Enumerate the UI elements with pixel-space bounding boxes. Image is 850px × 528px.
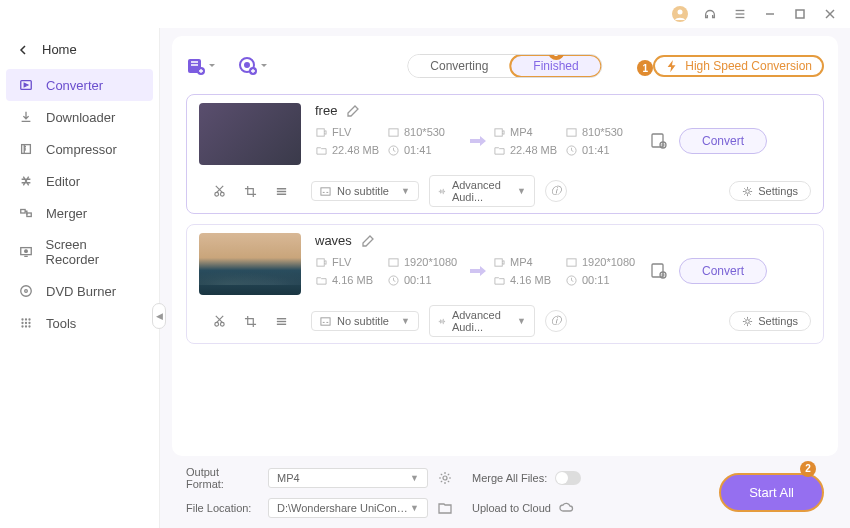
item-settings-button[interactable]: Settings (729, 181, 811, 201)
info-icon[interactable]: ⓘ (545, 180, 567, 202)
trim-icon[interactable] (213, 185, 226, 198)
sidebar-item-editor[interactable]: Editor (0, 165, 159, 197)
item-settings-button[interactable]: Settings (729, 311, 811, 331)
video-thumbnail[interactable] (199, 103, 301, 165)
output-format-select[interactable]: MP4▼ (268, 468, 428, 488)
subtitle-select[interactable]: No subtitle▼ (311, 311, 419, 331)
dst-format: MP4 (510, 256, 533, 268)
clock-icon (565, 144, 577, 156)
file-location-label: File Location: (186, 502, 258, 514)
effects-icon[interactable] (275, 185, 288, 198)
sidebar-item-downloader[interactable]: Downloader (0, 101, 159, 133)
src-dur: 00:11 (404, 274, 432, 286)
converter-icon (18, 77, 34, 93)
svg-rect-64 (321, 317, 330, 324)
crop-icon[interactable] (244, 315, 257, 328)
tab-converting[interactable]: Converting (408, 55, 510, 77)
svg-rect-35 (566, 128, 575, 135)
svg-point-17 (21, 318, 23, 320)
sidebar-collapse[interactable]: ◀ (152, 303, 166, 329)
dst-res: 1920*1080 (582, 256, 635, 268)
start-all-button[interactable]: 2 Start All (719, 473, 824, 512)
status-tabs: Converting 3 Finished (407, 54, 602, 78)
user-icon[interactable] (672, 6, 688, 22)
sidebar-item-dvd[interactable]: DVD Burner (0, 275, 159, 307)
dst-size: 22.48 MB (510, 144, 557, 156)
info-icon[interactable]: ⓘ (545, 310, 567, 332)
sidebar-item-compressor[interactable]: Compressor (0, 133, 159, 165)
screenrec-icon (18, 244, 34, 260)
output-format-label: Output Format: (186, 466, 258, 490)
item-title: waves (315, 233, 352, 248)
tab-finished[interactable]: 3 Finished (509, 54, 602, 78)
svg-rect-6 (796, 10, 804, 18)
svg-rect-44 (321, 187, 330, 194)
svg-rect-52 (388, 258, 397, 265)
svg-point-59 (214, 322, 218, 326)
arrow-icon (463, 264, 493, 278)
downloader-icon (18, 109, 34, 125)
annotation-2: 2 (800, 461, 816, 477)
arrow-icon (463, 134, 493, 148)
maximize-icon[interactable] (792, 6, 808, 22)
effects-icon[interactable] (275, 315, 288, 328)
audio-select[interactable]: Advanced Audi...▼ (429, 175, 535, 207)
svg-point-60 (220, 322, 224, 326)
item-title: free (315, 103, 337, 118)
svg-point-50 (746, 189, 750, 193)
crop-icon[interactable] (244, 185, 257, 198)
svg-rect-31 (316, 128, 323, 135)
svg-point-71 (443, 476, 447, 480)
dst-res: 810*530 (582, 126, 623, 138)
edit-title-icon[interactable] (362, 235, 374, 247)
svg-point-23 (21, 325, 23, 327)
edit-title-icon[interactable] (347, 105, 359, 117)
svg-point-29 (245, 63, 249, 67)
conversion-item: waves FLV 4.16 MB 1920*1080 (186, 224, 824, 344)
add-dvd-button[interactable] (238, 56, 268, 76)
svg-point-40 (220, 192, 224, 196)
sidebar-item-converter[interactable]: Converter (6, 69, 153, 101)
svg-point-21 (25, 322, 27, 324)
audio-select[interactable]: Advanced Audi...▼ (429, 305, 535, 337)
svg-rect-11 (21, 210, 25, 214)
minimize-icon[interactable] (762, 6, 778, 22)
svg-point-24 (25, 325, 27, 327)
open-folder-icon[interactable] (438, 501, 462, 515)
file-location-select[interactable]: D:\Wondershare UniConverter 1▼ (268, 498, 428, 518)
output-settings-icon[interactable] (647, 132, 671, 150)
format-settings-icon[interactable] (438, 471, 462, 485)
high-speed-toggle[interactable]: 1 High Speed Conversion (653, 55, 824, 77)
convert-button[interactable]: Convert (679, 128, 767, 154)
folder-icon (315, 144, 327, 156)
svg-point-14 (24, 250, 27, 253)
video-thumbnail[interactable] (199, 233, 301, 295)
trim-icon[interactable] (213, 315, 226, 328)
annotation-1: 1 (637, 60, 653, 76)
output-settings-icon[interactable] (647, 262, 671, 280)
menu-icon[interactable] (732, 6, 748, 22)
svg-point-19 (28, 318, 30, 320)
headset-icon[interactable] (702, 6, 718, 22)
upload-label: Upload to Cloud (472, 502, 551, 514)
svg-point-22 (28, 322, 30, 324)
home-link[interactable]: Home (0, 36, 159, 69)
sidebar-item-label: Converter (46, 78, 103, 93)
dvd-icon (18, 283, 34, 299)
svg-point-18 (25, 318, 27, 320)
dst-size: 4.16 MB (510, 274, 551, 286)
sidebar-item-merger[interactable]: Merger (0, 197, 159, 229)
svg-rect-51 (316, 258, 323, 265)
sidebar-item-screenrec[interactable]: Screen Recorder (0, 229, 159, 275)
sidebar-item-label: Editor (46, 174, 80, 189)
svg-rect-32 (388, 128, 397, 135)
cloud-icon[interactable] (559, 502, 574, 514)
merge-toggle[interactable] (555, 471, 581, 485)
convert-button[interactable]: Convert (679, 258, 767, 284)
titlebar (0, 0, 850, 28)
sidebar-item-tools[interactable]: Tools (0, 307, 159, 339)
subtitle-select[interactable]: No subtitle▼ (311, 181, 419, 201)
close-icon[interactable] (822, 6, 838, 22)
add-file-button[interactable] (186, 56, 216, 76)
editor-icon (18, 173, 34, 189)
